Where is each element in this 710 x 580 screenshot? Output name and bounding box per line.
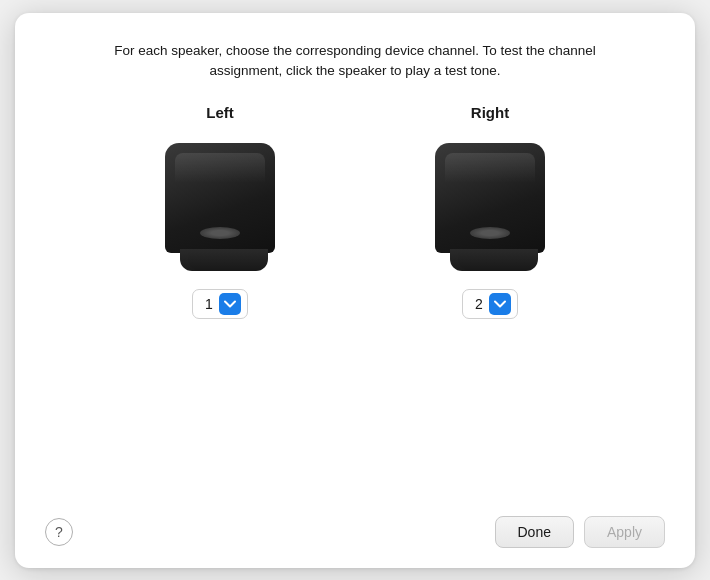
right-channel-value: 2	[473, 296, 485, 312]
right-speaker-mesh	[470, 227, 510, 239]
right-channel-select[interactable]: 2	[462, 289, 518, 319]
dialog-footer: ? Done Apply	[45, 506, 665, 548]
right-speaker-label: Right	[471, 104, 509, 121]
action-buttons: Done Apply	[495, 516, 666, 548]
right-speaker-base	[458, 249, 538, 271]
left-speaker-base	[188, 249, 268, 271]
done-button[interactable]: Done	[495, 516, 574, 548]
left-channel-select[interactable]: 1	[192, 289, 248, 319]
left-channel-dropdown-button[interactable]	[219, 293, 241, 315]
speakers-row: Left 1 Right	[45, 104, 665, 505]
right-channel-dropdown-button[interactable]	[489, 293, 511, 315]
help-symbol: ?	[55, 524, 63, 540]
left-speaker-label: Left	[206, 104, 234, 121]
left-channel-value: 1	[203, 296, 215, 312]
left-speaker-highlight	[175, 153, 265, 183]
left-speaker-body[interactable]	[165, 143, 275, 253]
speaker-channel-dialog: For each speaker, choose the correspondi…	[15, 13, 695, 568]
left-speaker-mesh	[200, 227, 240, 239]
right-speaker-icon[interactable]	[435, 143, 545, 271]
help-button[interactable]: ?	[45, 518, 73, 546]
right-speaker-body[interactable]	[435, 143, 545, 253]
apply-button[interactable]: Apply	[584, 516, 665, 548]
left-speaker-icon[interactable]	[165, 143, 275, 271]
speaker-col-left: Left 1	[165, 104, 275, 319]
right-speaker-highlight	[445, 153, 535, 183]
speaker-col-right: Right 2	[435, 104, 545, 319]
dialog-description: For each speaker, choose the correspondi…	[95, 41, 615, 83]
